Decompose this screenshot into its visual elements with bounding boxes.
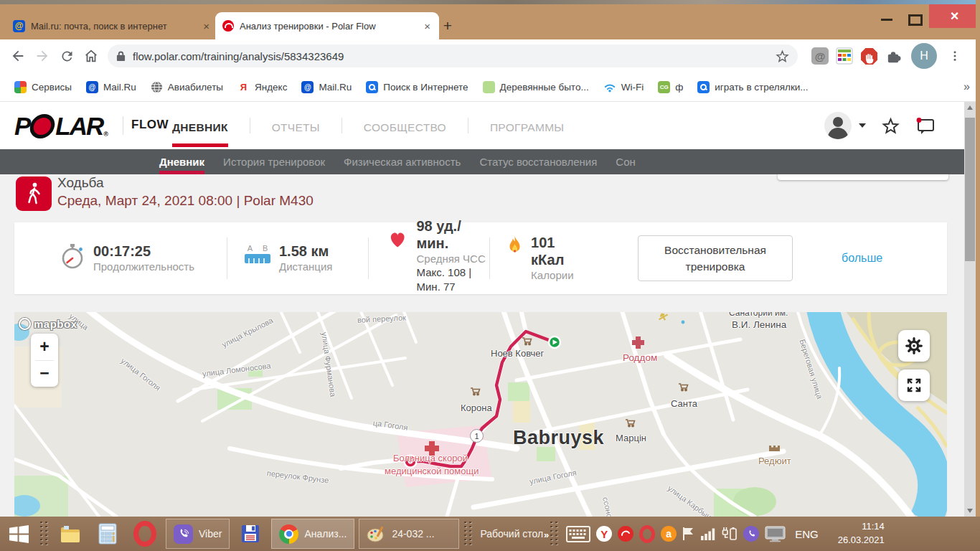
- nav-soobshchestvo[interactable]: СООБЩЕСТВО: [364, 105, 446, 147]
- city-label: Babruysk: [513, 427, 604, 449]
- polar-main-nav: ДНЕВНИК ОТЧЕТЫ СООБЩЕСТВО ПРОГРАММЫ: [172, 102, 585, 149]
- bookmark-derevyannye[interactable]: Деревянные быто...: [477, 78, 595, 96]
- visual-bookmarks-extension-icon[interactable]: [832, 44, 857, 68]
- flag-tray-icon[interactable]: [682, 527, 695, 541]
- bookmark-aviabilety[interactable]: Авиабилеты: [145, 78, 229, 96]
- window-close-button[interactable]: ×: [929, 4, 980, 28]
- mailru-extension-icon[interactable]: @: [808, 44, 832, 68]
- taskbar-paint-window[interactable]: 24-032 ...: [359, 519, 459, 549]
- tab-close-icon[interactable]: ×: [423, 20, 432, 32]
- avast-tray-icon[interactable]: a: [661, 526, 677, 542]
- bookmark-mailru[interactable]: @Mail.Ru: [80, 78, 142, 96]
- zoom-in-button[interactable]: +: [31, 334, 58, 360]
- address-bar[interactable]: flow.polar.com/training/analysis/5834323…: [108, 44, 798, 67]
- back-icon[interactable]: [6, 44, 30, 68]
- zoom-out-button[interactable]: −: [31, 361, 58, 387]
- file-explorer-button[interactable]: [52, 517, 89, 551]
- bookmark-strelyalki[interactable]: играть в стрелялки...: [692, 78, 814, 96]
- lock-icon: [116, 51, 126, 62]
- language-indicator[interactable]: ENG: [795, 528, 819, 540]
- walking-sport-icon: [16, 176, 52, 211]
- start-button[interactable]: [0, 517, 37, 551]
- subnav-aktivnost[interactable]: Физическая активность: [344, 149, 461, 174]
- bookmark-yandex[interactable]: ЯЯндекс: [232, 78, 293, 96]
- subnav-son[interactable]: Сон: [616, 149, 635, 174]
- nav-programmy[interactable]: ПРОГРАММЫ: [490, 105, 564, 147]
- map-fullscreen-button[interactable]: [898, 369, 930, 401]
- distance-stat: АВ 1.58 км Дистанция: [227, 242, 368, 274]
- opera-button[interactable]: [126, 517, 164, 551]
- training-benefit-button[interactable]: Восстановительная тренировка: [638, 235, 793, 282]
- place-label-santa: Санта: [671, 398, 697, 409]
- heart-rate-stat: 98 уд./мин. Средняя ЧСС Макс. 108 | Мин.…: [369, 223, 489, 294]
- mapbox-attribution[interactable]: mapbox: [19, 318, 77, 330]
- power-battery-icon[interactable]: [722, 527, 738, 541]
- map-settings-button[interactable]: [898, 330, 930, 362]
- nav-dnevnik[interactable]: ДНЕВНИК: [172, 105, 228, 147]
- polar-sync-tray-icon[interactable]: [618, 526, 633, 542]
- clock-time: 11:14: [826, 520, 885, 534]
- window-maximize-button[interactable]: [908, 14, 923, 26]
- viber-icon: [174, 524, 193, 544]
- polar-logo[interactable]: PLAR®: [14, 112, 108, 141]
- taskbar-chrome-window[interactable]: Анализ...: [271, 519, 354, 549]
- clock-date: 26.03.2021: [826, 534, 885, 547]
- nav-otchety[interactable]: ОТЧЕТЫ: [272, 105, 320, 147]
- yandex-tray-icon[interactable]: Y: [596, 526, 612, 542]
- scrollbar-thumb[interactable]: [965, 118, 975, 261]
- bookmark-mailru2[interactable]: @Mail.Ru: [296, 78, 357, 96]
- floppy-save-button[interactable]: [232, 517, 269, 551]
- route-map[interactable]: улица улица Гоголя улица Крылова улица Л…: [14, 312, 947, 517]
- flame-icon: [507, 234, 522, 258]
- browser-menu-icon[interactable]: [943, 44, 967, 68]
- user-avatar[interactable]: [824, 112, 852, 139]
- favorites-star-icon[interactable]: [882, 117, 900, 135]
- page-scrollbar[interactable]: [964, 102, 976, 517]
- display-tray-icon[interactable]: [765, 525, 786, 542]
- tab-close-icon[interactable]: ×: [202, 20, 211, 32]
- toolbar-chevron[interactable]: »: [544, 529, 549, 540]
- bookmark-star-icon[interactable]: [776, 50, 789, 63]
- viber-tray-icon[interactable]: [743, 526, 759, 542]
- bookmark-servicy[interactable]: Сервисы: [9, 78, 77, 96]
- duration-value: 00:17:25: [93, 242, 194, 260]
- subnav-vosstanovlenie[interactable]: Статус восстановления: [479, 149, 597, 174]
- flow-label: FLOW: [131, 118, 169, 132]
- home-icon[interactable]: [79, 44, 103, 68]
- bookmark-search-internet[interactable]: Поиск в Интернете: [360, 78, 473, 96]
- chevron-down-icon[interactable]: [859, 123, 866, 128]
- tab-polar-flow[interactable]: Анализ тренировки - Polar Flow ×: [215, 12, 439, 39]
- notifications-chat-icon[interactable]: [915, 117, 936, 135]
- subnav-istoriya[interactable]: История тренировок: [223, 149, 325, 174]
- network-signal-icon[interactable]: [701, 527, 716, 540]
- heart-icon: [387, 229, 407, 249]
- tab-title: Анализ тренировки - Polar Flow: [240, 21, 417, 32]
- window-minimize-button[interactable]: [881, 19, 892, 21]
- bookmarks-overflow-chevron[interactable]: »: [963, 80, 970, 93]
- profile-avatar[interactable]: H: [911, 43, 937, 69]
- adblock-extension-icon[interactable]: [857, 44, 881, 68]
- taskbar-viber-window[interactable]: Viber: [166, 519, 230, 549]
- desktop-toolbar[interactable]: Рабочий стол »: [476, 528, 547, 540]
- calculator-button[interactable]: [89, 517, 126, 551]
- tab-mailru[interactable]: @ Mail.ru: почта, поиск в интернет ×: [6, 12, 218, 39]
- opera-tray-icon[interactable]: [639, 525, 655, 543]
- new-tab-button[interactable]: +: [439, 17, 456, 34]
- bookmark-wifi[interactable]: Wi-Fi: [598, 78, 649, 95]
- subnav-dnevnik[interactable]: Дневник: [159, 149, 204, 174]
- place-label-noev-kovcheg: Ноев Ковчег: [491, 348, 544, 359]
- taskbar-clock[interactable]: 11:14 26.03.2021: [826, 520, 885, 547]
- touch-keyboard-icon[interactable]: [566, 526, 590, 542]
- scroll-up-arrow[interactable]: [964, 102, 976, 113]
- bookmark-f[interactable]: CGф: [652, 78, 689, 96]
- calories-stat: 101 кКал Калории: [490, 234, 585, 283]
- more-link[interactable]: больше: [842, 252, 882, 265]
- reload-icon[interactable]: [55, 44, 79, 68]
- forward-icon[interactable]: [30, 44, 55, 68]
- fort-icon: [769, 446, 780, 451]
- system-tray: Y a: [566, 525, 786, 543]
- scroll-down-arrow[interactable]: [964, 505, 976, 517]
- extensions-puzzle-icon[interactable]: [881, 44, 905, 68]
- gear-icon: [905, 336, 923, 355]
- taskbar-grip: [39, 520, 50, 547]
